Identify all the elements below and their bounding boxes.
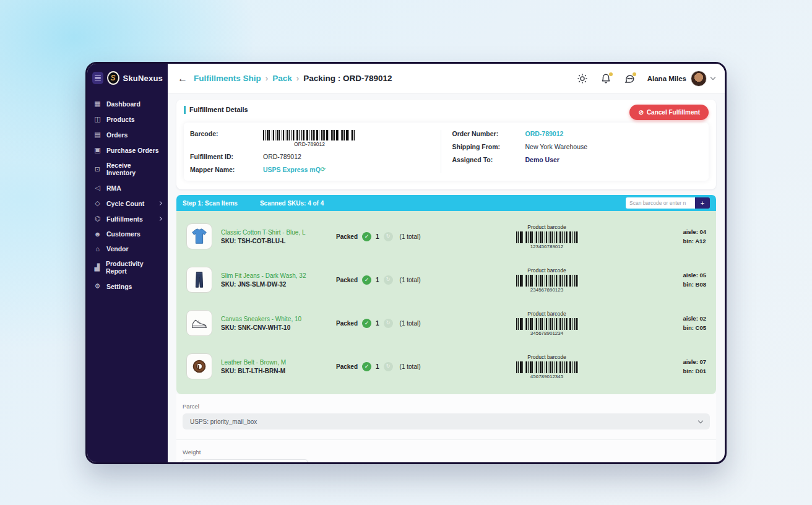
purchase-orders-icon: ▣	[93, 146, 102, 154]
breadcrumb-separator: ›	[266, 74, 269, 83]
item-total: (1 total)	[400, 320, 421, 327]
packed-label: Packed	[336, 233, 358, 240]
item-total: (1 total)	[400, 277, 421, 283]
top-actions: Alana Miles	[577, 71, 715, 87]
sneakers-product-image	[186, 310, 212, 336]
item-name: Classic Cotton T-Shirt - Blue, L	[221, 229, 336, 236]
add-item-button[interactable]: +	[695, 197, 710, 209]
undo-scan-button[interactable]: ↻	[384, 232, 393, 241]
scanned-items-panel: Classic Cotton T-Shirt - Blue, L SKU: TS…	[176, 211, 716, 394]
item-name: Canvas Sneakers - White, 10	[221, 316, 336, 322]
breadcrumb-fulfillments-ship[interactable]: Fulfillments Ship	[194, 74, 261, 83]
sidebar-item-label: Fulfillments	[106, 215, 143, 223]
details-left-column: Barcode: ORD-789012 Fulfillment ID: ORD-…	[190, 130, 441, 173]
packed-group: Packed ✓ 1 ↻ (1 total)	[336, 362, 444, 371]
details-right-column: Order Number: ORD-789012 Shipping From: …	[441, 130, 703, 173]
product-barcode-number: 345678901234	[516, 330, 578, 336]
sidebar-item-rma[interactable]: ◁RMA	[87, 180, 168, 196]
sidebar: S SkuNexus ▦Dashboard ◫Products ▤Orders …	[87, 64, 168, 462]
cancel-icon: ⊘	[638, 109, 643, 116]
packed-check-icon: ✓	[362, 232, 371, 241]
product-barcode-number: 123456789012	[516, 244, 578, 249]
packed-check-icon: ✓	[362, 275, 371, 285]
content: Fulfillment Details ⊘ Cancel Fulfillment…	[168, 93, 725, 462]
sidebar-item-receive-inventory[interactable]: ⊡Receive Inventory	[87, 158, 168, 180]
item-info: Classic Cotton T-Shirt - Blue, L SKU: TS…	[221, 229, 336, 244]
top-bar: ← Fulfillments Ship › Pack › Packing : O…	[168, 64, 725, 93]
item-row-belt: Leather Belt - Brown, M SKU: BLT-LTH-BRN…	[186, 345, 706, 388]
sidebar-item-productivity-report[interactable]: ▟Productivity Report	[87, 256, 168, 278]
breadcrumb: Fulfillments Ship › Pack › Packing : ORD…	[194, 74, 392, 83]
weight-input[interactable]	[183, 459, 308, 462]
packed-label: Packed	[336, 320, 358, 327]
item-row-tshirt: Classic Cotton T-Shirt - Blue, L SKU: TS…	[186, 215, 706, 258]
packed-count: 1	[376, 233, 379, 240]
item-location: aisle: 05 bin: B08	[683, 270, 707, 289]
theme-toggle-sun-icon[interactable]	[577, 73, 588, 84]
undo-scan-button[interactable]: ↻	[384, 275, 393, 285]
packed-count: 1	[376, 320, 379, 327]
shipping-from-label: Shipping From:	[452, 143, 525, 150]
sidebar-item-vendor[interactable]: ⌂Vendor	[87, 241, 168, 256]
scan-barcode-input[interactable]	[626, 197, 695, 209]
customers-icon: ☻	[93, 230, 102, 238]
sidebar-item-products[interactable]: ◫Products	[87, 111, 168, 127]
back-arrow-icon[interactable]: ←	[178, 73, 188, 84]
product-barcode-image	[516, 361, 578, 373]
mapper-refresh-icon[interactable]: ⟳	[321, 166, 326, 173]
item-info: Canvas Sneakers - White, 10 SKU: SNK-CNV…	[221, 316, 336, 331]
breadcrumb-pack[interactable]: Pack	[272, 74, 292, 83]
notification-dot	[609, 72, 613, 76]
product-barcode-block: Product barcode 234567890123	[516, 267, 578, 293]
order-number-link[interactable]: ORD-789012	[525, 130, 564, 137]
rma-icon: ◁	[93, 184, 102, 192]
sidebar-item-settings[interactable]: ⚙Settings	[87, 278, 168, 294]
hamburger-menu-icon[interactable]	[92, 72, 103, 84]
vendor-icon: ⌂	[93, 245, 102, 252]
packed-check-icon: ✓	[362, 362, 371, 371]
sidebar-item-cycle-count[interactable]: ◇Cycle Count	[87, 196, 168, 211]
product-barcode-label: Product barcode	[516, 311, 578, 317]
sidebar-item-label: Products	[106, 116, 135, 123]
chevron-down-icon	[698, 418, 703, 423]
item-sku: SKU: SNK-CNV-WHT-10	[221, 324, 336, 331]
packed-label: Packed	[336, 277, 358, 283]
item-aisle: aisle: 05	[683, 270, 707, 280]
product-barcode-image	[516, 275, 578, 287]
sidebar-item-label: Customers	[106, 230, 140, 238]
notifications-bell-icon[interactable]	[600, 73, 611, 84]
products-icon: ◫	[93, 115, 102, 123]
cycle-count-icon: ◇	[93, 199, 102, 207]
sidebar-item-fulfillments[interactable]: ⌬Fulfillments	[87, 211, 168, 227]
chat-icon[interactable]	[624, 73, 635, 84]
user-menu[interactable]: Alana Miles	[647, 71, 715, 87]
item-name: Slim Fit Jeans - Dark Wash, 32	[221, 272, 336, 279]
user-name: Alana Miles	[647, 75, 686, 82]
sidebar-item-orders[interactable]: ▤Orders	[87, 127, 168, 142]
product-barcode-number: 456789012345	[516, 374, 578, 379]
mapper-name-value[interactable]: USPS Express mQ	[263, 166, 321, 173]
page-title: Packing : ORD-789012	[303, 74, 392, 83]
packed-group: Packed ✓ 1 ↻ (1 total)	[336, 319, 444, 328]
app-title: SkuNexus	[123, 74, 163, 83]
parcel-select[interactable]: USPS: priority_mail_box	[183, 413, 710, 429]
sidebar-item-customers[interactable]: ☻Customers	[87, 227, 168, 241]
packed-group: Packed ✓ 1 ↻ (1 total)	[336, 275, 444, 285]
sidebar-item-purchase-orders[interactable]: ▣Purchase Orders	[87, 142, 168, 158]
sidebar-menu: ▦Dashboard ◫Products ▤Orders ▣Purchase O…	[87, 96, 168, 294]
packed-group: Packed ✓ 1 ↻ (1 total)	[336, 232, 444, 241]
item-location: aisle: 07 bin: D01	[683, 357, 707, 376]
cancel-fulfillment-button[interactable]: ⊘ Cancel Fulfillment	[629, 105, 709, 120]
parcel-value: USPS: priority_mail_box	[190, 418, 257, 425]
item-bin: bin: C05	[683, 323, 707, 332]
assigned-to-label: Assigned To:	[452, 156, 525, 163]
main-area: ← Fulfillments Ship › Pack › Packing : O…	[168, 64, 725, 462]
undo-scan-button[interactable]: ↻	[384, 319, 393, 328]
productivity-report-icon: ▟	[93, 264, 101, 272]
sidebar-item-dashboard[interactable]: ▦Dashboard	[87, 96, 168, 111]
fulfillment-id-label: Fulfillment ID:	[190, 153, 263, 160]
shipping-from-value: New York Warehouse	[525, 143, 588, 150]
undo-scan-button[interactable]: ↻	[384, 362, 393, 371]
item-location: aisle: 02 bin: C05	[683, 314, 707, 332]
product-barcode-image	[516, 318, 578, 330]
